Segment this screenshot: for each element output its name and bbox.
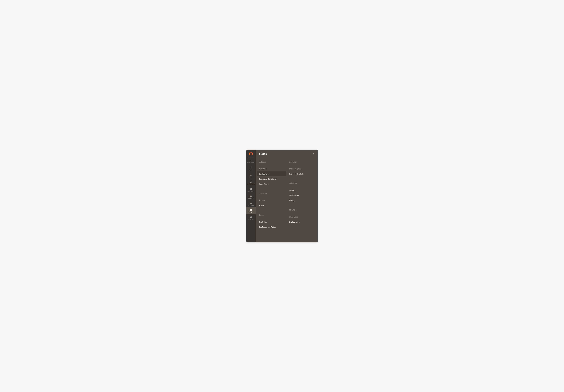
stores-flyout: Stores Settings All Stores Configuration… [256, 150, 318, 242]
bar-chart-icon [250, 202, 252, 204]
group-title-taxes: Taxes [259, 214, 284, 216]
storefront-icon [250, 209, 252, 211]
group-title-currency: Currency [289, 161, 314, 163]
group-taxes: Taxes Tax Rules Tax Zones and Rates [259, 214, 284, 229]
gauge-icon [250, 159, 252, 162]
nav-label: CONTENT [248, 198, 254, 199]
flyout-col-left: Settings All Stores Configuration Terms … [259, 161, 284, 236]
flyout-title: Stores [259, 152, 267, 155]
envelope-icon [289, 209, 291, 211]
box-icon [250, 173, 252, 176]
menu-order-status[interactable]: Order Status [257, 182, 286, 186]
menu-all-stores[interactable]: All Stores [257, 166, 286, 171]
nav-label: STORES [249, 212, 253, 213]
sidebar-item-marketing[interactable]: MARKETING [246, 186, 256, 193]
group-smtp: SMTP Email Logs Configuration [289, 209, 314, 224]
sidebar-item-sales[interactable]: SALES [246, 165, 256, 172]
flyout-col-right: Currency Currency Rates Currency Symbols… [289, 161, 314, 236]
menu-tax-zones-rates[interactable]: Tax Zones and Rates [257, 224, 286, 229]
menu-email-logs[interactable]: Email Logs [287, 214, 316, 219]
group-title-attributes: Attributes [289, 182, 314, 184]
gear-icon [250, 216, 252, 218]
magento-logo[interactable] [246, 150, 256, 157]
group-attributes: Attributes Product Attribute Set Rating [289, 182, 314, 203]
menu-attr-set[interactable]: Attribute Set [287, 193, 316, 198]
group-inventory: Inventory Sources Stocks [259, 193, 284, 208]
person-icon [250, 181, 252, 183]
sidebar-item-reports[interactable]: REPORTS [246, 200, 256, 207]
group-title-settings: Settings [259, 161, 284, 163]
group-title-smtp-text: SMTP [292, 209, 297, 211]
menu-configuration[interactable]: Configuration [257, 171, 286, 176]
sidebar-item-system[interactable]: SYSTEM [246, 214, 256, 222]
menu-stocks[interactable]: Stocks [257, 203, 286, 208]
sidebar-item-stores[interactable]: STORES [246, 207, 256, 214]
sidebar-item-catalog[interactable]: CATALOG [246, 172, 256, 179]
menu-terms-conditions[interactable]: Terms and Conditions [257, 177, 286, 181]
group-settings: Settings All Stores Configuration Terms … [259, 161, 284, 186]
nav-label: CATALOG [248, 176, 254, 178]
menu-currency-rates[interactable]: Currency Rates [287, 166, 316, 171]
nav-label: SYSTEM [249, 219, 253, 220]
dollar-icon [250, 166, 252, 169]
menu-currency-symbols[interactable]: Currency Symbols [287, 171, 316, 176]
megaphone-icon [250, 187, 252, 190]
menu-smtp-configuration[interactable]: Configuration [287, 220, 316, 224]
admin-panel: DASHBOARD SALES CATALOG CUSTOMERS MARKET [246, 150, 318, 242]
sidebar-item-dashboard[interactable]: DASHBOARD [246, 158, 256, 165]
menu-tax-rules[interactable]: Tax Rules [257, 220, 286, 224]
nav-label: CUSTOMERS [247, 183, 255, 185]
svg-point-0 [251, 181, 251, 182]
close-icon[interactable] [312, 153, 314, 155]
menu-attr-rating[interactable]: Rating [287, 198, 316, 203]
nav-label: MARKETING [248, 191, 254, 192]
sidebar-item-content[interactable]: CONTENT [246, 193, 256, 200]
group-title-smtp: SMTP [289, 209, 314, 211]
menu-attr-product[interactable]: Product [287, 188, 316, 193]
menu-sources[interactable]: Sources [257, 198, 286, 203]
layout-icon [250, 195, 252, 197]
sidebar-item-customers[interactable]: CUSTOMERS [246, 179, 256, 186]
sidebar: DASHBOARD SALES CATALOG CUSTOMERS MARKET [246, 150, 256, 242]
nav-label: REPORTS [248, 205, 254, 206]
group-title-inventory: Inventory [259, 193, 284, 195]
nav-label: SALES [249, 169, 253, 170]
nav-label: DASHBOARD [247, 162, 255, 163]
group-currency: Currency Currency Rates Currency Symbols [289, 161, 314, 176]
